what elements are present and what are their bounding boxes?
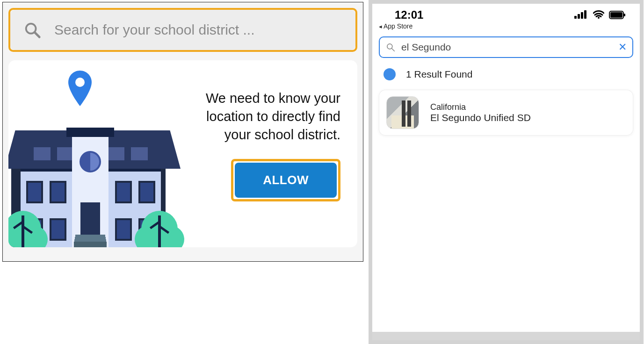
svg-rect-6 — [584, 10, 586, 19]
status-time: 12:01 — [395, 8, 423, 22]
svg-rect-5 — [581, 12, 583, 19]
location-prompt-card: We need to know your location to directl… — [8, 60, 357, 247]
result-name: El Segundo Unified SD — [430, 112, 531, 123]
search-query-text: el Segundo — [401, 42, 613, 53]
district-thumbnail — [386, 96, 419, 129]
home-indicator-area — [372, 332, 640, 340]
result-state: California — [430, 102, 531, 112]
status-bar: 12:01 — [372, 4, 640, 22]
district-search-panel: Search for your school district ... We n… — [2, 2, 363, 262]
location-prompt-message: We need to know your location to directl… — [187, 89, 340, 144]
phone-screen: 12:01 — [372, 4, 640, 340]
allow-button-highlight: ALLOW — [231, 159, 340, 201]
search-result-item[interactable]: California El Segundo Unified SD — [379, 90, 633, 136]
cellular-signal-icon — [574, 10, 588, 20]
search-bar-highlight: Search for your school district ... — [8, 8, 357, 52]
phone-search-input[interactable]: el Segundo ✕ — [379, 36, 633, 58]
search-placeholder: Search for your school district ... — [54, 22, 255, 38]
battery-icon — [609, 11, 626, 19]
results-count-row: 1 Result Found — [372, 58, 640, 86]
search-icon — [23, 21, 41, 39]
svg-rect-3 — [574, 16, 577, 19]
svg-rect-9 — [624, 14, 625, 16]
allow-button[interactable]: ALLOW — [235, 163, 337, 198]
location-prompt-content: We need to know your location to directl… — [187, 69, 350, 201]
phone-mock-frame: 12:01 — [369, 0, 644, 344]
school-illustration — [8, 69, 181, 247]
svg-point-2 — [75, 78, 85, 87]
svg-line-1 — [35, 33, 40, 37]
svg-line-11 — [392, 49, 395, 51]
location-pin-icon — [67, 71, 93, 106]
svg-rect-8 — [610, 12, 622, 18]
district-search-input[interactable]: Search for your school district ... — [10, 10, 355, 50]
search-icon — [385, 42, 396, 52]
result-meta: California El Segundo Unified SD — [430, 102, 531, 123]
results-bullet-icon — [384, 68, 396, 80]
results-count-label: 1 Result Found — [406, 69, 472, 80]
back-to-app-store[interactable]: App Store — [372, 22, 640, 33]
clear-search-icon[interactable]: ✕ — [618, 41, 627, 53]
svg-rect-4 — [578, 14, 580, 19]
wifi-icon — [593, 10, 604, 20]
